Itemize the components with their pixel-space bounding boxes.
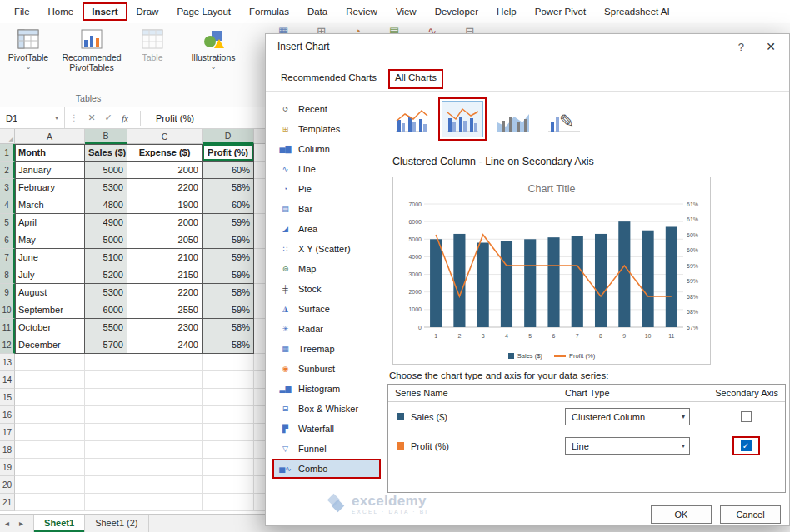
cell-A11[interactable]: October (15, 319, 85, 336)
cell-B16[interactable] (85, 406, 128, 424)
cell-C21[interactable] (128, 494, 202, 511)
cell-A2[interactable]: January (15, 162, 85, 179)
cell-partial-3[interactable] (254, 179, 266, 196)
column-header-C[interactable]: C (128, 129, 202, 144)
cell-partial-10[interactable] (254, 301, 266, 319)
pivottable-button[interactable]: PivotTable ⌄ (5, 28, 52, 72)
cell-D13[interactable] (202, 354, 254, 371)
cell-D14[interactable] (202, 371, 254, 389)
cell-C2[interactable]: 2000 (128, 162, 202, 179)
row-header-16[interactable]: 16 (0, 406, 15, 424)
cell-A8[interactable]: July (15, 266, 85, 284)
select-all-corner[interactable]: ◢ (0, 129, 15, 144)
cell-B9[interactable]: 5300 (85, 284, 128, 301)
cell-D1[interactable]: Profit (%) (202, 144, 254, 162)
cell-D18[interactable] (202, 441, 254, 459)
row-header-20[interactable]: 20 (0, 476, 15, 494)
cell-B10[interactable]: 6000 (85, 301, 128, 319)
cell-A14[interactable] (15, 371, 85, 389)
column-header-partial[interactable] (254, 129, 266, 144)
cell-D16[interactable] (202, 406, 254, 424)
row-header-7[interactable]: 7 (0, 249, 15, 266)
cell-partial-11[interactable] (254, 319, 266, 336)
cell-A10[interactable]: September (15, 301, 85, 319)
chart-type-line[interactable]: ∿Line (272, 159, 381, 179)
cell-C7[interactable]: 2100 (128, 249, 202, 266)
cell-A3[interactable]: February (15, 179, 85, 196)
column-header-A[interactable]: A (15, 129, 85, 144)
row-header-13[interactable]: 13 (0, 354, 15, 371)
cancel-button[interactable]: Cancel (720, 505, 781, 524)
ribbon-tab-home[interactable]: Home (39, 2, 83, 21)
cell-D8[interactable]: 59% (202, 266, 254, 284)
ribbon-tab-file[interactable]: File (5, 2, 39, 21)
cell-partial-12[interactable] (254, 336, 266, 354)
cell-B11[interactable]: 5500 (85, 319, 128, 336)
cell-C15[interactable] (128, 389, 202, 406)
chart-type-dropdown-sales[interactable]: Clustered Column▾ (565, 408, 690, 425)
cell-D21[interactable] (202, 494, 254, 511)
chart-type-combo[interactable]: ▅∿Combo (272, 459, 381, 479)
column-header-B[interactable]: B (85, 129, 128, 144)
ribbon-tab-help[interactable]: Help (488, 2, 526, 21)
cell-A15[interactable] (15, 389, 85, 406)
cell-D12[interactable]: 58% (202, 336, 254, 354)
cell-A18[interactable] (15, 441, 85, 459)
secondary-axis-checkbox-profit[interactable]: ✓ (741, 440, 752, 451)
cell-D15[interactable] (202, 389, 254, 406)
cell-B12[interactable]: 5700 (85, 336, 128, 354)
cell-B6[interactable]: 5000 (85, 231, 128, 249)
cell-C19[interactable] (128, 459, 202, 476)
subtype-clustered-column-line-secondary-axis[interactable] (442, 101, 483, 137)
recommended-pivottables-button[interactable]: Recommended PivotTables (53, 28, 130, 72)
row-header-14[interactable]: 14 (0, 371, 15, 389)
cell-C6[interactable]: 2050 (128, 231, 202, 249)
cell-D7[interactable]: 59% (202, 249, 254, 266)
cell-A19[interactable] (15, 459, 85, 476)
cell-B17[interactable] (85, 424, 128, 441)
row-header-18[interactable]: 18 (0, 441, 15, 459)
cell-D19[interactable] (202, 459, 254, 476)
subtype-stacked-area-clustered-column[interactable] (492, 101, 534, 137)
cell-B19[interactable] (85, 459, 128, 476)
row-header-12[interactable]: 12 (0, 336, 15, 354)
cell-A21[interactable] (15, 494, 85, 511)
chart-type-waterfall[interactable]: ▛Waterfall (272, 419, 381, 439)
ribbon-tab-formulas[interactable]: Formulas (240, 2, 298, 21)
cell-D2[interactable]: 60% (202, 162, 254, 179)
chart-type-recent[interactable]: ↺Recent (272, 99, 381, 119)
dialog-titlebar[interactable]: Insert Chart (266, 34, 789, 59)
ribbon-tab-spreadsheet-ai[interactable]: Spreadsheet AI (595, 2, 679, 21)
cell-partial-14[interactable] (254, 371, 266, 389)
cell-D20[interactable] (202, 476, 254, 494)
cell-D10[interactable]: 59% (202, 301, 254, 319)
cell-D6[interactable]: 59% (202, 231, 254, 249)
cell-partial-19[interactable] (254, 459, 266, 476)
chart-type-funnel[interactable]: ▽Funnel (272, 439, 381, 459)
cell-C20[interactable] (128, 476, 202, 494)
cell-B1[interactable]: Sales ($) (85, 144, 128, 162)
cell-D3[interactable]: 58% (202, 179, 254, 196)
chart-type-treemap[interactable]: ▦Treemap (272, 339, 381, 359)
formula-bar-handle[interactable]: ⋮ (70, 113, 78, 122)
ribbon-tab-data[interactable]: Data (298, 2, 337, 21)
chart-type-area[interactable]: ◢Area (272, 219, 381, 239)
cell-partial-2[interactable] (254, 162, 266, 179)
cell-partial-6[interactable] (254, 231, 266, 249)
cell-B20[interactable] (85, 476, 128, 494)
cell-partial-21[interactable] (254, 494, 266, 511)
cell-B13[interactable] (85, 354, 128, 371)
row-header-2[interactable]: 2 (0, 162, 15, 179)
cell-partial-9[interactable] (254, 284, 266, 301)
help-button[interactable]: ? (738, 41, 744, 53)
ribbon-tab-draw[interactable]: Draw (128, 2, 168, 21)
cell-C5[interactable]: 2000 (128, 214, 202, 231)
cell-partial-7[interactable] (254, 249, 266, 266)
name-box[interactable]: D1 ▾ (0, 107, 65, 128)
dialog-tab-all-charts[interactable]: All Charts (388, 69, 443, 89)
row-header-15[interactable]: 15 (0, 389, 15, 406)
ribbon-tab-view[interactable]: View (387, 2, 426, 21)
cell-partial-13[interactable] (254, 354, 266, 371)
chart-type-box-whisker[interactable]: ⊟Box & Whisker (272, 399, 381, 419)
cell-C16[interactable] (128, 406, 202, 424)
